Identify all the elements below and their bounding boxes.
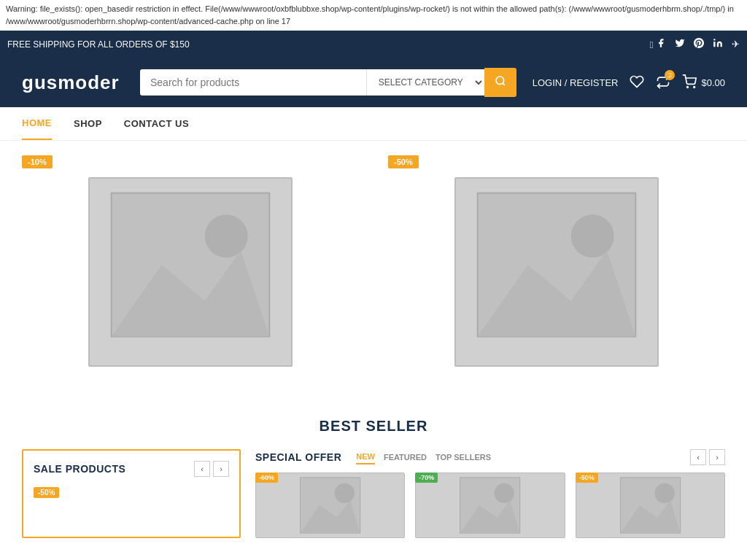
- offer-tab-new[interactable]: NEW: [356, 450, 375, 464]
- offer-product-3-badge: -50%: [576, 472, 598, 483]
- sale-prev-button[interactable]: ‹: [194, 461, 210, 477]
- offer-next-button[interactable]: ›: [709, 449, 725, 465]
- cart-price: $0.00: [701, 77, 725, 88]
- sale-next-button[interactable]: ›: [213, 461, 229, 477]
- offer-product-2: -70%: [415, 472, 565, 538]
- sale-products-box: SALE PRODUCTS ‹ › -50%: [22, 449, 241, 538]
- hero-product-2: -50%: [388, 155, 725, 389]
- offer-product-3-image: [576, 472, 725, 538]
- header-actions: LOGIN / REGISTER 2 $0.00: [533, 74, 725, 91]
- special-offer-box: SPECIAL OFFER NEW FEATURED TOP SELLERS ‹…: [255, 449, 725, 538]
- login-register-link[interactable]: LOGIN / REGISTER: [533, 77, 619, 88]
- svg-point-19: [495, 483, 514, 503]
- cart-wrap[interactable]: $0.00: [682, 74, 725, 91]
- nav-item-contact[interactable]: CONTACT US: [124, 108, 189, 139]
- svg-point-7: [205, 214, 248, 257]
- sale-nav-arrows: ‹ ›: [194, 461, 229, 477]
- hero-product-1: -10%: [22, 155, 359, 389]
- sale-product-item: -50%: [34, 486, 229, 502]
- offer-tabs: NEW FEATURED TOP SELLERS: [356, 450, 491, 464]
- pinterest-icon[interactable]: [694, 38, 704, 50]
- special-offer-title: SPECIAL OFFER: [255, 451, 341, 463]
- hero-products: -10% -50%: [0, 141, 747, 403]
- search-button[interactable]: [484, 68, 516, 97]
- main-nav: HOME SHOP CONTACT US: [0, 107, 747, 141]
- sale-products-header: SALE PRODUCTS ‹ ›: [34, 461, 229, 477]
- offer-product-1-image: [255, 472, 405, 538]
- offer-product-3: -50%: [576, 472, 725, 538]
- offer-tab-top-sellers[interactable]: TOP SELLERS: [436, 451, 491, 464]
- svg-point-4: [694, 86, 695, 88]
- offer-products: -60% -70%: [255, 472, 725, 538]
- header: gusmoder SELECT CATEGORY LOGIN / REGISTE…: [0, 58, 747, 107]
- hero-product-2-image: [454, 177, 659, 367]
- sale-product-badge: -50%: [34, 487, 59, 498]
- hero-product-2-badge: -50%: [388, 155, 419, 168]
- offer-prev-button[interactable]: ‹: [690, 449, 706, 465]
- compare-badge: 2: [665, 70, 675, 80]
- linkedin-icon[interactable]: [713, 38, 723, 50]
- svg-point-23: [654, 483, 674, 503]
- nav-item-home[interactable]: HOME: [22, 107, 52, 140]
- search-container: SELECT CATEGORY: [139, 66, 518, 98]
- svg-point-0: [713, 39, 715, 40]
- nav-item-shop[interactable]: SHOP: [74, 108, 102, 139]
- warning-text: Warning: file_exists(): open_basedir res…: [6, 4, 734, 26]
- logo[interactable]: gusmoder: [22, 71, 124, 94]
- svg-point-15: [335, 483, 355, 503]
- cart-icon-wrap: [682, 74, 697, 91]
- hero-product-1-badge: -10%: [22, 155, 53, 168]
- bottom-sections: SALE PRODUCTS ‹ › -50% SPECIAL OFFER NEW…: [0, 442, 747, 553]
- heart-icon: [630, 74, 644, 89]
- telegram-icon[interactable]: ✈: [732, 39, 740, 50]
- category-select[interactable]: SELECT CATEGORY: [366, 69, 484, 96]
- offer-nav-arrows: ‹ ›: [690, 449, 725, 465]
- shipping-text: FREE SHIPPING FOR ALL ORDERS OF $150: [7, 39, 190, 50]
- offer-tab-featured[interactable]: FEATURED: [384, 451, 427, 464]
- hero-product-1-image: [88, 177, 293, 367]
- shipping-bar: FREE SHIPPING FOR ALL ORDERS OF $150  ✈: [0, 31, 747, 58]
- offer-product-1: -60%: [255, 472, 405, 538]
- special-offer-header: SPECIAL OFFER NEW FEATURED TOP SELLERS ‹…: [255, 449, 725, 465]
- best-seller-section: BEST SELLER: [0, 403, 747, 442]
- sale-products-title: SALE PRODUCTS: [34, 463, 125, 475]
- offer-product-1-badge: -60%: [255, 472, 278, 483]
- search-input[interactable]: [140, 69, 366, 96]
- offer-product-2-badge: -70%: [415, 472, 438, 483]
- social-icons-group:  ✈: [650, 38, 740, 50]
- facebook-icon[interactable]: : [650, 38, 666, 50]
- cart-icon: [682, 74, 697, 89]
- twitter-icon[interactable]: [675, 38, 685, 50]
- svg-point-3: [687, 86, 689, 88]
- svg-line-2: [503, 83, 505, 85]
- svg-point-1: [496, 77, 504, 85]
- svg-point-11: [571, 214, 614, 257]
- compare-icon-wrap[interactable]: 2: [656, 74, 670, 91]
- warning-bar: Warning: file_exists(): open_basedir res…: [0, 0, 747, 31]
- offer-product-2-image: [415, 472, 565, 538]
- wishlist-icon-wrap[interactable]: [630, 74, 644, 91]
- best-seller-title: BEST SELLER: [22, 418, 725, 435]
